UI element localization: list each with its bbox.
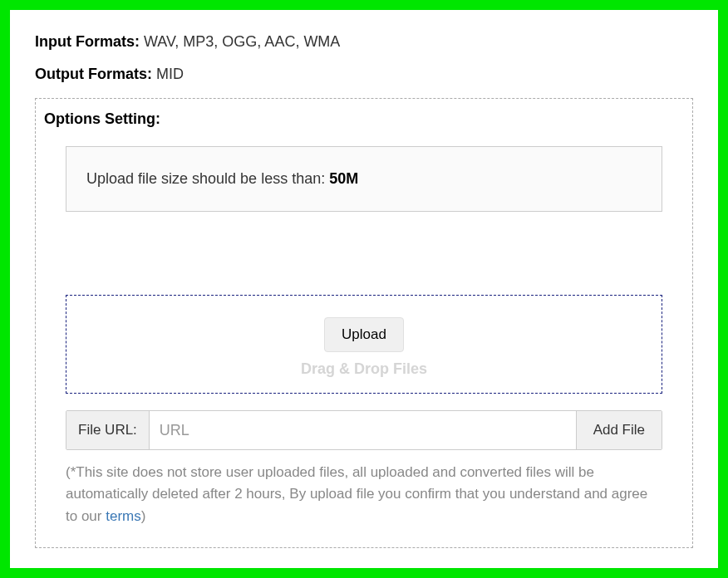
output-formats-value: MID: [152, 66, 184, 82]
add-file-button[interactable]: Add File: [576, 411, 662, 449]
options-panel: Options Setting: Upload file size should…: [35, 98, 693, 548]
disclaimer-before: (*This site does not store user uploaded…: [66, 464, 647, 524]
notice-prefix: Upload file size should be less than:: [86, 170, 329, 187]
upload-button[interactable]: Upload: [324, 317, 404, 352]
output-formats-line: Output Formats: MID: [35, 66, 693, 83]
main-container: Input Formats: WAV, MP3, OGG, AAC, WMA O…: [10, 10, 718, 568]
options-title: Options Setting:: [44, 110, 662, 128]
drag-drop-label: Drag & Drop Files: [66, 360, 662, 378]
disclaimer-text: (*This site does not store user uploaded…: [66, 462, 662, 527]
input-formats-label: Input Formats:: [35, 33, 140, 50]
file-url-label: File URL:: [66, 411, 150, 449]
file-url-input[interactable]: [150, 411, 576, 449]
output-formats-label: Output Formats:: [35, 66, 152, 82]
input-formats-value: WAV, MP3, OGG, AAC, WMA: [140, 33, 340, 50]
upload-dropzone[interactable]: Upload Drag & Drop Files: [66, 295, 662, 394]
disclaimer-after: ): [141, 508, 146, 524]
terms-link[interactable]: terms: [106, 508, 141, 524]
file-size-notice: Upload file size should be less than: 50…: [66, 146, 662, 212]
notice-limit: 50M: [329, 170, 358, 187]
url-input-row: File URL: Add File: [66, 410, 662, 450]
input-formats-line: Input Formats: WAV, MP3, OGG, AAC, WMA: [35, 33, 693, 51]
